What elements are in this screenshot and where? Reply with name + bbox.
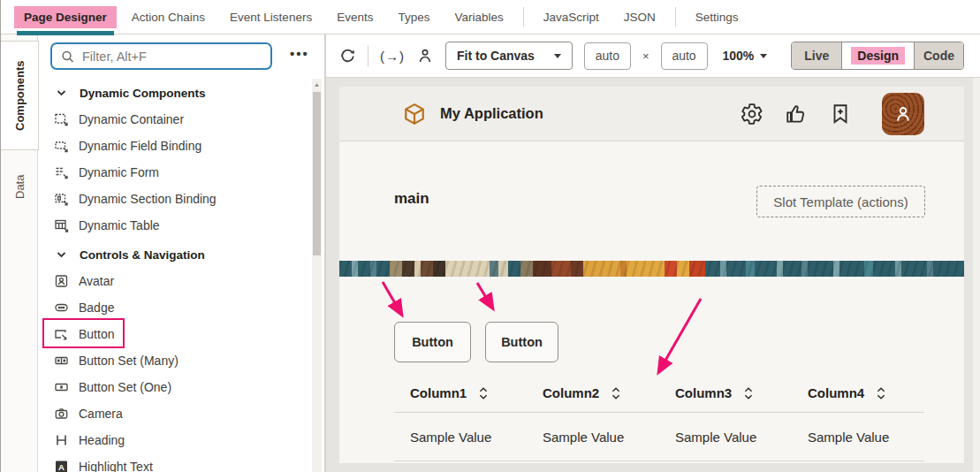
component-item-dynamic-section-binding[interactable]: Dynamic Section Binding: [39, 186, 310, 212]
table-cell: Sample Value: [659, 413, 792, 461]
rail-tab-components[interactable]: Components: [1, 41, 39, 150]
window-edge: [0, 0, 1, 472]
tab-divider: [523, 7, 524, 27]
table-row[interactable]: Sample Value Sample Value Sample Value S…: [394, 413, 924, 461]
component-item-dynamic-form[interactable]: Dynamic Form: [39, 159, 310, 186]
toolbar-divider: [368, 45, 368, 66]
dynamic-form-icon: [54, 165, 69, 179]
tab-json[interactable]: JSON: [614, 6, 665, 28]
bookmark-add-icon[interactable]: [829, 103, 852, 126]
search-input[interactable]: [82, 49, 262, 64]
dynamic-section-binding-icon: [54, 192, 69, 206]
heading-icon: [54, 433, 69, 447]
zoom-level-select[interactable]: 100%: [723, 49, 768, 63]
tab-events[interactable]: Events: [327, 6, 383, 28]
mode-code-button[interactable]: Code: [914, 42, 963, 69]
thumbs-up-icon[interactable]: [785, 103, 808, 126]
component-item-dynamic-table[interactable]: Dynamic Table: [39, 212, 310, 239]
component-item-button-set-many[interactable]: Button Set (Many): [39, 347, 310, 374]
component-item-heading[interactable]: Heading: [39, 427, 310, 453]
dimension-separator: ×: [642, 49, 650, 63]
tab-action-chains[interactable]: Action Chains: [122, 6, 215, 28]
app-header-actions: [741, 93, 924, 135]
tab-divider: [675, 7, 676, 27]
canvas-width-input[interactable]: [584, 42, 631, 70]
refresh-icon[interactable]: [339, 48, 356, 65]
svg-text:A: A: [58, 462, 65, 472]
canvas-height-input[interactable]: [661, 42, 708, 70]
column-header-1[interactable]: Column1: [394, 374, 527, 412]
canvas-size-select[interactable]: Fit to Canvas: [445, 42, 573, 70]
chevron-down-icon: [760, 54, 767, 58]
gear-icon[interactable]: [741, 103, 763, 126]
section-controls-navigation[interactable]: Controls & Navigation: [39, 241, 310, 268]
table-cell: Sample Value: [527, 413, 659, 461]
component-item-button-set-one[interactable]: Button Set (One): [39, 374, 310, 400]
tab-javascript[interactable]: JavaScript: [534, 6, 609, 28]
panel-scrollbar[interactable]: ▲: [312, 79, 322, 472]
design-canvas: My Application mai: [325, 78, 980, 472]
button-set-many-icon: [54, 354, 69, 368]
slot-template-placeholder[interactable]: Slot Template (actions): [756, 186, 925, 217]
scrollbar-up-arrow-icon[interactable]: ▲: [312, 79, 322, 88]
highlight-text-icon: A: [54, 460, 69, 472]
button-set-one-icon: [54, 380, 69, 394]
canvas-button-2[interactable]: Button: [485, 322, 558, 362]
column-header-2[interactable]: Column2: [527, 374, 659, 412]
component-item-dynamic-container[interactable]: Dynamic Container: [39, 106, 310, 133]
dynamic-field-binding-icon: [54, 139, 69, 153]
sort-icon[interactable]: [611, 385, 621, 401]
badge-icon: [54, 301, 69, 315]
cube-logo-icon: [403, 103, 426, 126]
column-header-3[interactable]: Column3: [659, 374, 792, 412]
mode-switcher: Live Design Code: [791, 42, 964, 70]
table-cell: Sample Value: [792, 413, 924, 461]
tab-settings[interactable]: Settings: [686, 6, 748, 28]
app-title: My Application: [440, 105, 543, 122]
rail-tab-data[interactable]: Data: [1, 154, 38, 220]
person-icon[interactable]: [416, 47, 434, 65]
camera-icon: [54, 407, 69, 421]
component-item-button[interactable]: Button: [39, 321, 310, 347]
canvas-button-1[interactable]: Button: [394, 322, 471, 362]
sort-icon[interactable]: [743, 385, 754, 401]
table-cell: Sample Value: [394, 413, 527, 461]
column-header-4[interactable]: Column4: [792, 374, 924, 412]
chevron-down-icon: [554, 54, 561, 58]
avatar-icon: [54, 274, 69, 288]
mode-design-button[interactable]: Design: [841, 42, 914, 69]
canvas-scrollbar[interactable]: [973, 78, 980, 472]
sort-icon[interactable]: [478, 385, 489, 401]
component-item-avatar[interactable]: Avatar: [39, 268, 310, 294]
tab-page-designer[interactable]: Page Designer: [14, 6, 117, 28]
overflow-menu-icon[interactable]: •••: [290, 46, 309, 61]
editor-tab-bar: Page Designer Action Chains Event Listen…: [1, 0, 980, 34]
component-item-camera[interactable]: Camera: [39, 400, 310, 427]
dynamic-container-icon: [54, 112, 69, 126]
section-dynamic-components[interactable]: Dynamic Components: [39, 80, 310, 106]
tab-variables[interactable]: Variables: [444, 6, 513, 28]
tab-types[interactable]: Types: [388, 6, 439, 28]
sort-icon[interactable]: [876, 385, 886, 401]
zoom-level-value: 100%: [723, 49, 755, 63]
page-preview[interactable]: My Application mai: [339, 87, 964, 463]
mode-live-button[interactable]: Live: [792, 42, 841, 69]
tab-event-listeners[interactable]: Event Listeners: [220, 6, 322, 28]
chevron-down-icon: [54, 247, 69, 262]
decorative-banner-image: [339, 261, 964, 277]
go-to-page-icon[interactable]: (→): [380, 49, 405, 64]
user-avatar[interactable]: [882, 93, 924, 135]
component-filter-field[interactable]: [50, 42, 272, 70]
table-header-row: Column1 Column2 Column3 Column4: [394, 374, 924, 413]
chevron-down-icon: [54, 86, 69, 100]
component-item-badge[interactable]: Badge: [39, 294, 310, 321]
data-table: Column1 Column2 Column3 Column4 Sample V…: [394, 374, 924, 461]
component-tree: Dynamic Components Dynamic Container Dyn…: [39, 80, 310, 472]
canvas-size-value: Fit to Canvas: [457, 49, 535, 63]
search-icon: [60, 49, 75, 64]
component-item-highlight-text[interactable]: A Highlight Text: [39, 453, 310, 472]
scrollbar-thumb[interactable]: [313, 92, 321, 255]
page-section-title: main: [394, 190, 429, 208]
component-item-dynamic-field-binding[interactable]: Dynamic Field Binding: [39, 133, 310, 159]
dynamic-table-icon: [54, 218, 69, 232]
